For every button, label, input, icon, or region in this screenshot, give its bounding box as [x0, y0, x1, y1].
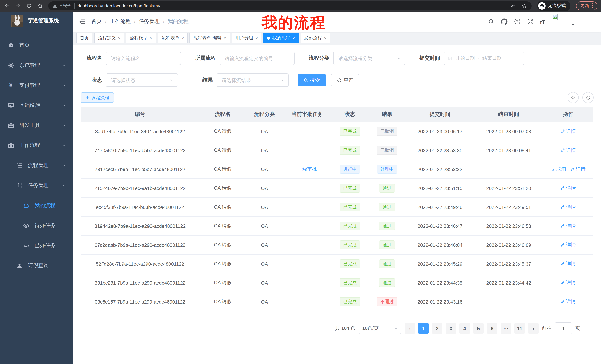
- url-bar[interactable]: 不安全 dashboard.yudao.iocoder.cn/bpm/task/…: [48, 1, 531, 10]
- close-icon[interactable]: ×: [224, 36, 226, 40]
- site-security-chip[interactable]: 不安全: [53, 3, 71, 9]
- detail-action[interactable]: 详情: [561, 128, 576, 135]
- cancel-action[interactable]: 取消: [551, 166, 566, 172]
- help-icon[interactable]: [514, 18, 521, 25]
- status-select-input[interactable]: [110, 77, 168, 83]
- browser-forward-icon[interactable]: [15, 3, 21, 9]
- close-icon[interactable]: ×: [118, 36, 120, 40]
- close-icon[interactable]: ×: [292, 36, 295, 40]
- goto-page-input[interactable]: [555, 322, 572, 334]
- detail-action[interactable]: 详情: [561, 298, 576, 305]
- page-button[interactable]: 6: [487, 323, 497, 334]
- yen-icon: ¥: [8, 82, 14, 88]
- chevron-down-icon: [394, 326, 398, 330]
- sidebar-item-my-process[interactable]: 我的流程: [0, 196, 73, 216]
- create-process-button[interactable]: 发起流程: [80, 92, 114, 103]
- tab-process-form-edit[interactable]: 流程表单-编辑×: [190, 33, 230, 43]
- category-select[interactable]: [333, 52, 405, 65]
- browser-back-icon[interactable]: [4, 3, 10, 9]
- page-size-select[interactable]: 10条/页: [359, 323, 401, 334]
- browser-home-icon[interactable]: [37, 3, 43, 9]
- browser-update-button[interactable]: 更新: [576, 1, 597, 10]
- tab-home[interactable]: 首页: [76, 33, 92, 43]
- detail-action[interactable]: 详情: [561, 241, 576, 248]
- close-icon[interactable]: ×: [256, 36, 258, 40]
- parent-process-input[interactable]: [224, 55, 290, 61]
- monitor-icon: [8, 102, 14, 108]
- next-page-button[interactable]: ›: [528, 323, 539, 334]
- page-button[interactable]: 3: [446, 323, 456, 334]
- detail-action[interactable]: 详情: [561, 279, 576, 286]
- browser-menu-icon[interactable]: [592, 3, 593, 8]
- tab-user-group[interactable]: 用户分组×: [232, 33, 262, 43]
- sidebar-item-process-mgmt[interactable]: 流程管理: [0, 155, 73, 175]
- sidebar-item-infra[interactable]: 基础设施: [0, 95, 73, 115]
- detail-action[interactable]: 详情: [561, 185, 576, 192]
- status-select[interactable]: [106, 74, 178, 87]
- detail-action[interactable]: 详情: [570, 166, 586, 172]
- table-search-button[interactable]: [568, 92, 579, 103]
- close-icon[interactable]: ×: [182, 36, 184, 40]
- search-icon[interactable]: [488, 18, 494, 25]
- current-task-link[interactable]: 一级审批: [298, 166, 317, 172]
- prev-page-button[interactable]: ‹: [404, 323, 415, 334]
- hamburger-icon[interactable]: [73, 18, 91, 25]
- app-logo[interactable]: 芋道管理系统: [0, 11, 73, 30]
- user-avatar[interactable]: [551, 13, 567, 30]
- page-button[interactable]: 5: [473, 323, 484, 334]
- sidebar-item-todo-tasks[interactable]: 待办任务: [0, 216, 73, 236]
- detail-action[interactable]: 详情: [561, 223, 576, 229]
- page-button[interactable]: 4: [460, 323, 470, 334]
- sidebar-item-leave-query[interactable]: 请假查询: [0, 256, 73, 276]
- result-select-input[interactable]: [221, 77, 278, 83]
- github-icon[interactable]: [501, 18, 508, 25]
- table-refresh-button[interactable]: [582, 92, 594, 103]
- key-icon[interactable]: [510, 3, 516, 9]
- process-name-input[interactable]: [110, 55, 176, 61]
- sidebar-item-devtools[interactable]: 研发工具: [0, 115, 73, 135]
- detail-action[interactable]: 详情: [561, 260, 576, 267]
- page-button[interactable]: 1: [418, 323, 429, 334]
- font-size-icon[interactable]: TT: [540, 18, 545, 25]
- robot-icon: [23, 202, 29, 209]
- sidebar-item-workflow[interactable]: 工作流程: [0, 135, 73, 155]
- sidebar-item-system[interactable]: 系统管理: [0, 55, 73, 75]
- detail-action[interactable]: 详情: [561, 204, 576, 211]
- result-select[interactable]: [217, 74, 289, 87]
- tab-process-form[interactable]: 流程表单×: [158, 33, 188, 43]
- close-icon[interactable]: ×: [150, 36, 152, 40]
- sidebar-item-payment[interactable]: ¥ 支付管理: [0, 75, 73, 95]
- submit-time-range-picker[interactable]: 开始日期 - 结束日期: [444, 52, 524, 65]
- fullscreen-icon[interactable]: [527, 18, 533, 25]
- breadcrumb-home[interactable]: 首页: [91, 18, 102, 25]
- close-icon[interactable]: ×: [324, 36, 327, 40]
- page-button[interactable]: 11: [514, 323, 525, 334]
- update-label: 更新: [580, 3, 589, 9]
- result-badge: 已取消: [377, 146, 397, 155]
- chevron-up-icon: [62, 144, 66, 147]
- detail-action[interactable]: 详情: [561, 147, 576, 153]
- status-badge: 已完成: [340, 203, 360, 211]
- tab-process-definition[interactable]: 流程定义×: [94, 33, 124, 43]
- sidebar-item-home[interactable]: 首页: [0, 35, 73, 55]
- breadcrumb-task-mgmt[interactable]: 任务管理: [139, 18, 160, 25]
- sidebar-item-done-tasks[interactable]: 已办任务: [0, 236, 73, 256]
- page-ellipsis[interactable]: ···: [501, 323, 511, 334]
- sidebar-item-task-mgmt[interactable]: 任务管理: [0, 175, 73, 196]
- bookmark-star-icon[interactable]: [521, 3, 527, 9]
- category-select-input[interactable]: [338, 55, 395, 61]
- breadcrumb-workflow[interactable]: 工作流程: [110, 18, 131, 25]
- cell-end-time: [474, 160, 543, 179]
- page-button[interactable]: 2: [432, 323, 442, 334]
- tab-my-process[interactable]: 我的流程×: [263, 33, 299, 43]
- browser-reload-icon[interactable]: [26, 3, 32, 9]
- tab-process-model[interactable]: 流程模型×: [126, 33, 156, 43]
- chevron-down-icon: [170, 78, 173, 82]
- cell-name: OA 请假: [200, 254, 246, 273]
- reset-button[interactable]: 重置: [331, 74, 359, 86]
- caret-down-icon[interactable]: [571, 24, 575, 28]
- broken-image-icon: [553, 14, 559, 20]
- tab-start-process[interactable]: 发起流程×: [300, 33, 330, 43]
- search-button[interactable]: 搜索: [298, 74, 326, 86]
- edit-icon: [561, 280, 565, 285]
